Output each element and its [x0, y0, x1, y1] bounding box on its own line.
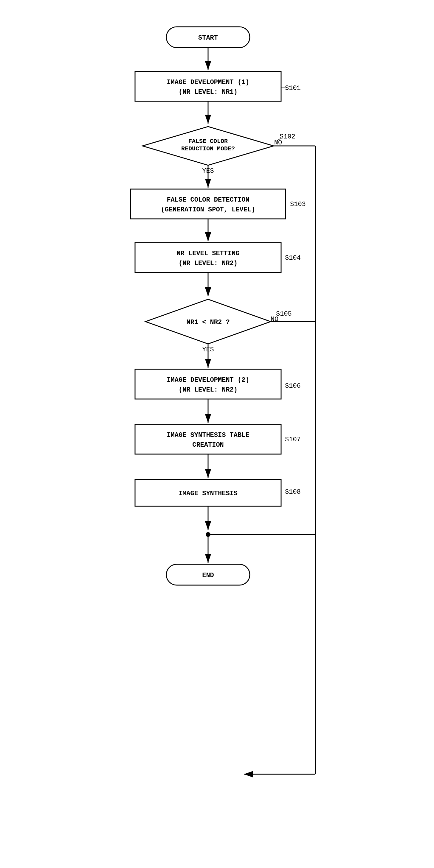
s107-label: S107 — [285, 436, 301, 443]
s106-label: S106 — [285, 382, 301, 390]
start-label: START — [198, 34, 218, 42]
s108-label-text: IMAGE SYNTHESIS — [178, 490, 237, 497]
s104-line2: (NR LEVEL: NR2) — [178, 260, 237, 267]
s104-line1: NR LEVEL SETTING — [176, 250, 239, 257]
s104-shape — [135, 243, 281, 273]
s103-line2: (GENERATION SPOT, LEVEL) — [161, 206, 256, 214]
s104-label: S104 — [285, 254, 301, 262]
s101-line1: IMAGE DEVELOPMENT (1) — [167, 79, 249, 86]
s103-shape — [131, 189, 286, 219]
s102-no-label: NO — [274, 139, 282, 147]
s105-label-text: NR1 < NR2 ? — [186, 319, 230, 326]
s103-line1: FALSE COLOR DETECTION — [167, 196, 249, 204]
flowchart-container: START IMAGE DEVELOPMENT (1) (NR LEVEL: N… — [83, 12, 351, 862]
s101-shape — [135, 71, 281, 101]
s108-label: S108 — [285, 488, 301, 496]
s102-line1: FALSE COLOR — [189, 138, 228, 145]
merge-point — [206, 532, 210, 537]
s106-line1: IMAGE DEVELOPMENT (2) — [167, 376, 249, 384]
s107-line2: CREATION — [192, 441, 224, 449]
end-label: END — [202, 572, 214, 579]
s101-label: S101 — [285, 85, 301, 92]
s102-line2: REDUCTION MODE? — [181, 145, 235, 152]
s101-line2: (NR LEVEL: NR1) — [178, 88, 237, 96]
s103-label: S103 — [290, 201, 306, 208]
s106-line2: (NR LEVEL: NR2) — [178, 386, 237, 394]
s107-line1: IMAGE SYNTHESIS TABLE — [167, 431, 249, 439]
s107-shape — [135, 424, 281, 454]
s106-shape — [135, 369, 281, 399]
